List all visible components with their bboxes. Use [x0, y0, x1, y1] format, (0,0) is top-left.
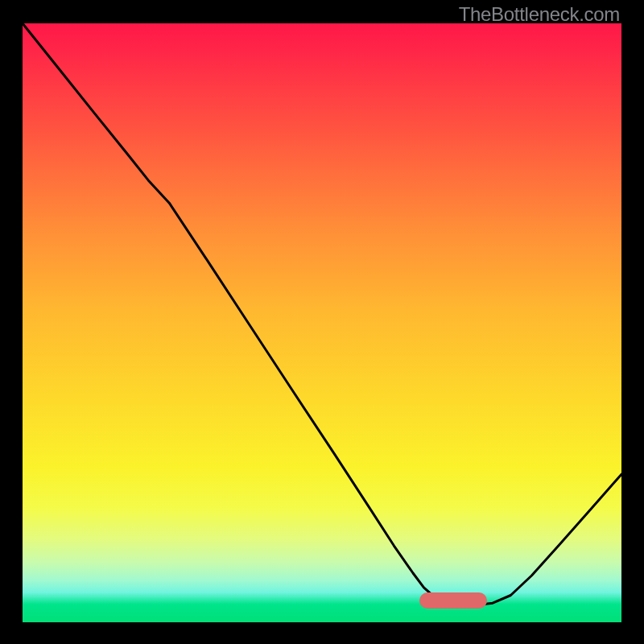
heat-gradient-background — [23, 23, 621, 622]
watermark-text: TheBottleneck.com — [459, 3, 620, 26]
bottleneck-chart: TheBottleneck.com — [0, 0, 644, 644]
optimal-range-marker — [419, 592, 487, 609]
